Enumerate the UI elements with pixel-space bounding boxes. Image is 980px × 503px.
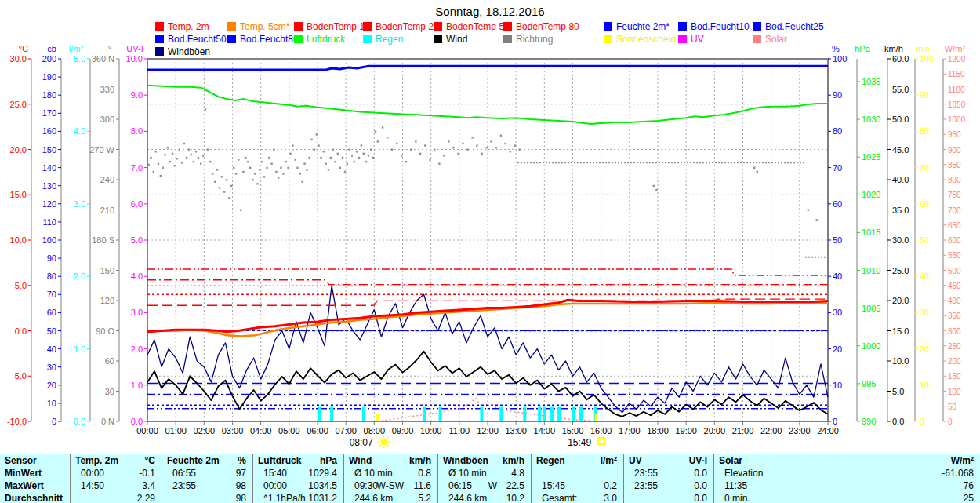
series-richtung-dot [309, 157, 310, 159]
series-richtung-dot [306, 169, 307, 170]
x-axis-label: 08:00 [364, 426, 386, 436]
x-axis-label: 14:00 [534, 426, 556, 436]
series-richtung-dot [342, 157, 343, 159]
series-richtung-dot [382, 126, 383, 128]
axis-tick-label: 1.0 [74, 344, 85, 354]
series-richtung-dot [200, 162, 201, 164]
series-richtung-dot [214, 181, 216, 183]
axis-tick-label: 30.0 [892, 235, 909, 245]
series-richtung-dot [504, 143, 506, 144]
axis-tick-label: 1200 [948, 55, 966, 64]
series-richtung-dot [164, 154, 165, 155]
x-axis-label: 19:00 [675, 426, 697, 436]
series-richtung-dot [358, 157, 360, 159]
axis-tick-label: 130 [42, 181, 56, 191]
table-min-value: -61.068 [941, 467, 974, 479]
series-richtung-dot [372, 157, 374, 159]
series-richtung-dot [273, 149, 274, 151]
table-avg-value: 25 [941, 492, 974, 503]
axis-tick-label: 100 [920, 54, 934, 64]
series-richtung-dot [226, 179, 227, 180]
series-richtung-dot [235, 173, 237, 174]
table-group-unit: °C [100, 454, 155, 467]
series-richtung-dot [221, 176, 223, 177]
axis-tick-label: 0.0 [892, 417, 904, 426]
table-max-time: 15:45 [542, 479, 588, 492]
table-avg-value: 2.29 [122, 492, 155, 503]
sunrise-time-label: 08:07 [350, 437, 373, 448]
table-row-label: MinWert [5, 467, 67, 479]
axis-tick-label: 10 [833, 381, 842, 390]
series-richtung-dot [240, 210, 241, 211]
series-richtung-dot [167, 147, 169, 148]
table-row-label: Durchschnitt [5, 492, 67, 503]
table-row-label: Sensor [5, 454, 67, 467]
series-richtung-dot [158, 162, 159, 164]
axis-tick-label: 5.0 [131, 235, 143, 245]
axis-tick-label: 1000 [862, 341, 880, 351]
table-max-value: 22.5 [492, 479, 524, 492]
series-richtung-dot [490, 140, 492, 142]
axis-tick-label: 330 [100, 85, 114, 94]
table-avg-time [172, 492, 218, 503]
axis-tick-label: 25.0 [892, 266, 909, 275]
table-avg-time: 0 min. [724, 492, 858, 503]
table-max-time: 11:35 [724, 479, 858, 492]
axis-tick-label: 70 [833, 163, 842, 173]
axis-tick-label: 450 [948, 282, 961, 290]
series-richtung-dot [147, 164, 149, 166]
x-axis-label: 20:00 [704, 426, 726, 436]
table-avg-value: 1031.2 [304, 492, 337, 503]
series-richtung-dot [429, 159, 430, 160]
series-richtung-dot [301, 181, 303, 183]
series-richtung-dot [223, 191, 225, 192]
series-regen-bar [543, 407, 546, 421]
axis-tick-label: 120 [42, 199, 56, 209]
table-min-time: 15:40 [263, 467, 309, 479]
axis-tick-label: 1100 [948, 86, 965, 94]
table-column-divider [437, 454, 438, 503]
series-richtung-dot [476, 144, 477, 146]
table-max-direction: W-SW [361, 479, 404, 492]
x-axis-label: 05:00 [278, 426, 300, 436]
table-avg-time [81, 492, 127, 503]
axis-tick-label: 60 [833, 199, 842, 209]
axis-tick-label: 270 W [89, 145, 114, 155]
x-axis-label: 13:00 [505, 426, 527, 436]
series-richtung-dot [219, 187, 220, 188]
table-min-time: Elevation [724, 467, 858, 479]
table-group-unit: km/h [376, 454, 431, 467]
axis-tick-label: 1005 [862, 304, 880, 313]
series-richtung-dot [176, 158, 178, 159]
axis-header-cb: cb [47, 44, 56, 53]
x-axis-label: 09:00 [392, 426, 414, 436]
table-min-time: 00:00 [81, 467, 127, 479]
axis-tick-label: 0 [833, 417, 837, 426]
table-group-name: Solar [719, 454, 866, 467]
axis-tick-label: 20.0 [10, 145, 27, 155]
x-axis-label: 06:00 [307, 426, 328, 436]
axis-tick-label: 400 [948, 297, 961, 305]
series-richtung-dot [209, 161, 211, 162]
axis-tick-label: 150 [948, 372, 961, 381]
axis-tick-label: 5.0 [74, 54, 85, 64]
table-avg-time: 244.6 km [354, 492, 401, 503]
series-richtung-dot [361, 144, 362, 146]
table-avg-time: 244.6 km [448, 492, 495, 503]
series-richtung-dot [332, 149, 334, 151]
axis-tick-label: 990 [862, 417, 876, 426]
table-group-unit: UV-I [652, 454, 707, 467]
axis-tick-label: 250 [948, 342, 961, 351]
axis-tick-label: 25.0 [10, 100, 27, 109]
series-richtung-dot [410, 149, 412, 151]
series-richtung-dot [216, 169, 218, 170]
x-axis-label: 18:00 [647, 426, 669, 436]
axis-tick-label: 10.0 [892, 356, 909, 366]
table-max-value: 11.6 [398, 479, 431, 492]
series-richtung-dot [207, 149, 209, 151]
axis-header-km/h: km/h [884, 44, 903, 53]
series-richtung-dot [316, 133, 318, 135]
table-avg-value: 10.2 [492, 492, 524, 503]
axis-tick-label: 500 [948, 267, 961, 275]
table-group-unit: l/m² [562, 454, 617, 467]
